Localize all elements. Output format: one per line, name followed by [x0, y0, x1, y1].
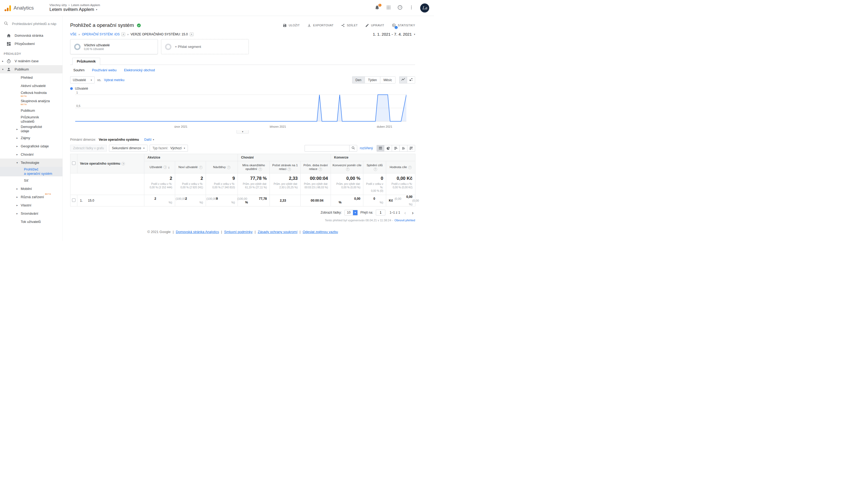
- help-icon[interactable]: ?: [346, 168, 349, 171]
- avatar[interactable]: La: [420, 3, 429, 12]
- action-save[interactable]: ULOŽIT: [283, 23, 300, 27]
- sidebar-item-benchmarking[interactable]: ▸Srovnávání: [0, 209, 62, 218]
- sidebar-item-home[interactable]: Domovská stránka: [0, 31, 62, 40]
- column-header-pocet-stranek-na-1-relaci[interactable]: Počet stránek na 1 relaci?: [270, 161, 301, 173]
- sidebar-item-demographics[interactable]: ▸Demografické údaje: [0, 124, 62, 134]
- help-icon[interactable]: ?: [121, 162, 125, 166]
- sidebar-item-browser-os[interactable]: Prohlížeč a operační systém: [0, 167, 62, 176]
- filter-os-dropdown[interactable]: ▾: [121, 32, 125, 36]
- action-share[interactable]: SDÍLET: [341, 23, 358, 27]
- column-header-prum-doba-trvani-relace[interactable]: Prům. doba trvání relace?: [301, 161, 331, 173]
- column-header-novi-uzivatele[interactable]: Noví uživatelé?: [175, 161, 206, 173]
- help-icon[interactable]: ?: [163, 166, 167, 169]
- sidebar-item-cross-device[interactable]: ▸Různá zařízeníBETA: [0, 193, 62, 201]
- next-page-button[interactable]: ›: [410, 210, 415, 215]
- tab-explorer[interactable]: Průzkumník: [72, 58, 100, 65]
- previous-page-button[interactable]: ‹: [403, 210, 407, 215]
- sort-type-button[interactable]: Typ řazení:Výchozí▾: [150, 145, 188, 152]
- sidebar-item-lifetime-value[interactable]: Celková hodnotaBETA: [0, 90, 62, 98]
- advanced-search-link[interactable]: rozšířený: [360, 146, 373, 150]
- table-search-input[interactable]: [305, 145, 349, 152]
- pivot-view-button[interactable]: [407, 145, 415, 152]
- table-search-button[interactable]: [349, 145, 357, 152]
- sidebar-item-realtime[interactable]: ▸V reálném čase: [0, 57, 62, 65]
- sidebar-item-technology[interactable]: ▾Technologie: [0, 159, 62, 167]
- dimension-value[interactable]: 15.0: [88, 199, 94, 202]
- percentage-view-button[interactable]: [384, 145, 392, 152]
- help-icon[interactable]: ?: [374, 168, 377, 171]
- filter-os[interactable]: OPERAČNÍ SYSTÉM: iOS: [82, 32, 120, 36]
- line-chart-button[interactable]: [399, 76, 407, 84]
- granularity-tyden[interactable]: Týden: [365, 76, 380, 84]
- secondary-dimension-button[interactable]: Sekundární dimenze▾: [109, 145, 148, 152]
- help-icon[interactable]: ?: [227, 166, 230, 169]
- sidebar-item-users-flow[interactable]: Tok uživatelů: [0, 218, 62, 226]
- subtab-souhrn[interactable]: Souhrn: [73, 68, 85, 72]
- filter-os-version-dropdown[interactable]: ▾: [190, 32, 193, 36]
- performance-view-button[interactable]: [392, 145, 400, 152]
- filter-all[interactable]: VŠE: [70, 32, 76, 36]
- sidebar-item-user-explorer[interactable]: Průzkumník uživatelů: [0, 115, 62, 124]
- table-view-button[interactable]: [377, 145, 384, 152]
- help-icon[interactable]: ?: [258, 168, 262, 171]
- breadcrumb-all-accounts[interactable]: Všechny účty: [50, 3, 67, 7]
- add-segment-button[interactable]: + Přidat segment: [161, 39, 249, 54]
- footer-link[interactable]: Odeslat zpětnou vazbu: [303, 230, 338, 234]
- dimension-column-header[interactable]: Verze operačního systému?: [78, 154, 144, 173]
- sidebar-item-audiences[interactable]: Publikum: [0, 106, 62, 115]
- granularity-den[interactable]: Den: [352, 76, 365, 84]
- refresh-report-link[interactable]: Obnovit přehled: [394, 219, 415, 222]
- more-dimensions-link[interactable]: Další▾: [144, 138, 154, 142]
- select-all-checkbox[interactable]: [72, 162, 75, 165]
- annotations-toggle[interactable]: ▼: [237, 130, 249, 134]
- primary-dimension-selected[interactable]: Verze operačního systému: [99, 138, 139, 142]
- apps-grid-button[interactable]: [386, 5, 391, 11]
- action-export[interactable]: EXPORTOVAT: [307, 23, 334, 27]
- help-icon[interactable]: ?: [319, 168, 322, 171]
- footer-link[interactable]: Smluvní podmínky: [224, 230, 252, 234]
- sidebar-search[interactable]: [0, 16, 62, 31]
- help-icon[interactable]: ?: [287, 168, 291, 171]
- action-edit[interactable]: UPRAVIT: [365, 23, 384, 27]
- account-switcher[interactable]: Letem světem Applem: [50, 7, 94, 12]
- sidebar-item-geo[interactable]: ▸Geografické údaje: [0, 142, 62, 150]
- column-header-uzivatele[interactable]: Uživatelé?↓: [144, 161, 175, 173]
- sidebar-item-mobile[interactable]: ▸Mobilní: [0, 185, 62, 193]
- column-header-konverzni-pomer-cile[interactable]: Konverzní poměr cíle?: [331, 161, 363, 173]
- column-header-mira-okamziteho-opusteni[interactable]: Míra okamžitého opuštění?: [238, 161, 270, 173]
- subtab-pouzivani-webu[interactable]: Používání webu: [92, 68, 117, 72]
- more-options-button[interactable]: [409, 5, 414, 11]
- subtab-elektronicky-obchod[interactable]: Elektronický obchod: [124, 68, 155, 72]
- metric-selector[interactable]: Uživatelé ▾: [70, 76, 95, 84]
- sidebar-item-audience[interactable]: ▾Publikum: [0, 65, 62, 74]
- sidebar-item-network[interactable]: Síť: [0, 176, 62, 185]
- search-input[interactable]: [12, 22, 59, 26]
- select-metric-link[interactable]: Vybrat metriku: [104, 78, 124, 82]
- rows-per-page-select[interactable]: 10 ▼: [344, 210, 358, 216]
- segment-all-users[interactable]: Všichni uživatelé 0,00 % Uživatelé: [70, 39, 158, 54]
- sidebar-item-interests[interactable]: ▸Zájmy: [0, 134, 62, 142]
- footer-link[interactable]: Domovská stránka Analytics: [176, 230, 219, 234]
- motion-chart-button[interactable]: [407, 76, 415, 84]
- column-header-splneni-cilu[interactable]: Splnění cílů?: [363, 161, 386, 173]
- date-range-selector[interactable]: 1. 1. 2021 - 7. 4. 2021 ▾: [373, 32, 415, 36]
- column-header-navstevy[interactable]: Návštěvy?: [206, 161, 238, 173]
- granularity-mesic[interactable]: Měsíc: [380, 76, 396, 84]
- sidebar-item-custom[interactable]: ▸Vlastní: [0, 201, 62, 209]
- comparison-view-button[interactable]: [400, 145, 407, 152]
- analytics-logo[interactable]: Analytics: [4, 5, 43, 11]
- row-checkbox[interactable]: [72, 198, 75, 202]
- column-header-hodnota-cile[interactable]: Hodnota cíle?: [386, 161, 415, 173]
- sidebar-item-customization[interactable]: Přizpůsobení: [0, 40, 62, 48]
- help-icon[interactable]: ?: [199, 166, 203, 169]
- goto-page-input[interactable]: [376, 209, 385, 216]
- help-icon[interactable]: ?: [408, 166, 412, 169]
- action-insights[interactable]: 1STATISTIKY: [392, 23, 415, 27]
- sidebar-item-active-users[interactable]: Aktivní uživatelé: [0, 82, 62, 90]
- sidebar-item-overview[interactable]: Přehled: [0, 74, 62, 82]
- sidebar-item-behavior[interactable]: ▸Chování: [0, 150, 62, 159]
- help-button[interactable]: ?: [397, 5, 403, 11]
- footer-link[interactable]: Zásady ochrany soukromí: [258, 230, 298, 234]
- sidebar-item-cohort-analysis[interactable]: Skupinová analýzaBETA: [0, 98, 62, 106]
- breadcrumb-account[interactable]: Letem světem Applem: [71, 3, 100, 7]
